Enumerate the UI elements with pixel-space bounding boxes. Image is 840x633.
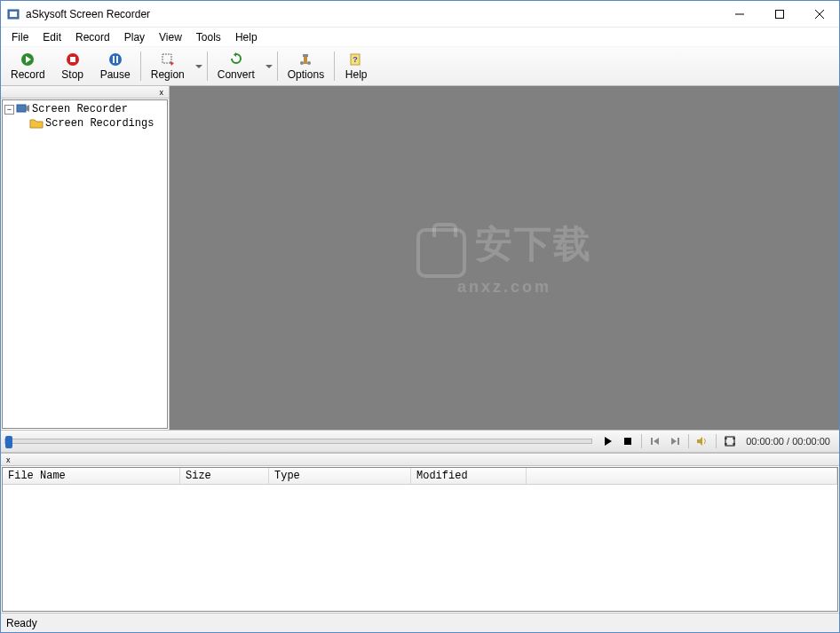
help-icon: ? (349, 52, 363, 67)
list-header: File Name Size Type Modified (3, 468, 837, 485)
svg-marker-17 (265, 65, 273, 68)
app-icon (6, 7, 20, 21)
options-button[interactable]: Options (280, 48, 332, 84)
timecode: 00:00:00 / 00:00:00 (741, 436, 836, 447)
seek-slider[interactable] (4, 439, 592, 444)
minimize-button[interactable] (719, 1, 759, 27)
watermark-icon (416, 228, 466, 278)
menu-file[interactable]: File (4, 29, 36, 45)
playback-separator (641, 434, 642, 448)
fullscreen-button[interactable] (721, 432, 739, 450)
convert-button[interactable]: Convert (210, 48, 263, 84)
status-text: Ready (6, 617, 37, 629)
col-modified[interactable]: Modified (411, 468, 527, 484)
svg-marker-15 (195, 65, 202, 68)
col-type[interactable]: Type (269, 468, 411, 484)
menu-help[interactable]: Help (228, 29, 265, 45)
svg-rect-12 (116, 56, 118, 63)
svg-rect-9 (70, 57, 75, 62)
svg-rect-18 (303, 54, 308, 57)
region-dropdown[interactable] (193, 48, 205, 84)
svg-point-10 (109, 53, 122, 66)
convert-dropdown[interactable] (263, 48, 275, 84)
sidebar-header: x (1, 86, 169, 99)
col-spacer (527, 468, 837, 484)
playback-separator (716, 434, 717, 448)
seek-thumb[interactable] (5, 436, 12, 448)
help-button[interactable]: ? Help (337, 48, 376, 84)
pause-button[interactable]: Pause (92, 48, 139, 84)
svg-marker-30 (671, 438, 677, 445)
menu-record[interactable]: Record (68, 29, 117, 45)
svg-rect-28 (651, 438, 653, 445)
folder-icon (29, 117, 44, 130)
menu-tools[interactable]: Tools (189, 29, 228, 45)
svg-rect-24 (17, 105, 26, 112)
tree-root-label: Screen Recorder (32, 103, 128, 115)
tree-collapse-icon[interactable]: − (4, 105, 14, 115)
toolbar-separator (334, 51, 335, 81)
bottom-panel: x File Name Size Type Modified (1, 453, 839, 613)
stop-button[interactable]: Stop (53, 48, 92, 84)
svg-rect-3 (775, 10, 783, 18)
stop-playback-button[interactable] (619, 432, 637, 450)
svg-rect-1 (10, 12, 17, 17)
recorder-icon (16, 103, 30, 115)
menu-view[interactable]: View (152, 29, 189, 45)
bottom-panel-header: x (1, 454, 839, 466)
convert-icon (229, 52, 243, 67)
sidebar: x − Screen Recorder Screen Recordings (1, 86, 170, 430)
svg-marker-16 (234, 52, 236, 57)
options-icon (298, 52, 313, 67)
svg-rect-19 (304, 57, 307, 64)
toolbar-separator (207, 51, 208, 81)
window-title: aSkysoft Screen Recorder (26, 8, 719, 20)
record-button[interactable]: Record (3, 48, 53, 84)
titlebar: aSkysoft Screen Recorder (1, 1, 839, 28)
pause-icon (108, 52, 123, 67)
preview-pane: 安下载 anxz.com (170, 86, 839, 430)
maximize-button[interactable] (759, 1, 799, 27)
tree-child-label: Screen Recordings (45, 117, 154, 130)
next-frame-button[interactable] (666, 432, 684, 450)
svg-point-21 (307, 61, 311, 65)
svg-rect-27 (624, 438, 631, 445)
svg-point-20 (300, 61, 304, 65)
toolbar: Record Stop Pause Region Convert Options… (1, 47, 839, 86)
svg-marker-29 (654, 438, 659, 445)
playback-separator (688, 434, 689, 448)
watermark: 安下载 anxz.com (416, 219, 592, 297)
svg-marker-32 (697, 437, 702, 446)
menubar: File Edit Record Play View Tools Help (1, 28, 839, 47)
svg-marker-26 (605, 437, 612, 446)
toolbar-separator (140, 51, 141, 81)
volume-button[interactable] (693, 432, 711, 450)
close-button[interactable] (799, 1, 839, 27)
svg-text:?: ? (353, 55, 358, 64)
region-button[interactable]: Region (143, 48, 193, 84)
list-body[interactable] (3, 485, 837, 611)
bottom-close-button[interactable]: x (4, 455, 13, 464)
tree-child[interactable]: Screen Recordings (4, 116, 165, 131)
svg-rect-31 (678, 438, 679, 445)
prev-frame-button[interactable] (646, 432, 664, 450)
window-controls (719, 1, 839, 27)
statusbar: Ready (1, 613, 839, 632)
toolbar-separator (277, 51, 278, 81)
main-area: x − Screen Recorder Screen Recordings 安下… (1, 86, 839, 430)
file-list[interactable]: File Name Size Type Modified (2, 467, 838, 612)
playback-bar: 00:00:00 / 00:00:00 (1, 430, 839, 453)
region-icon (161, 52, 175, 67)
col-filename[interactable]: File Name (3, 468, 180, 484)
record-icon (20, 52, 35, 67)
menu-play[interactable]: Play (117, 29, 152, 45)
col-size[interactable]: Size (180, 468, 269, 484)
svg-rect-11 (113, 56, 115, 63)
menu-edit[interactable]: Edit (36, 29, 68, 45)
play-button[interactable] (599, 432, 617, 450)
tree-root[interactable]: − Screen Recorder (4, 102, 165, 116)
svg-marker-25 (26, 105, 29, 112)
tree-view[interactable]: − Screen Recorder Screen Recordings (2, 99, 168, 429)
stop-icon (66, 52, 80, 67)
sidebar-close-button[interactable]: x (157, 88, 167, 97)
